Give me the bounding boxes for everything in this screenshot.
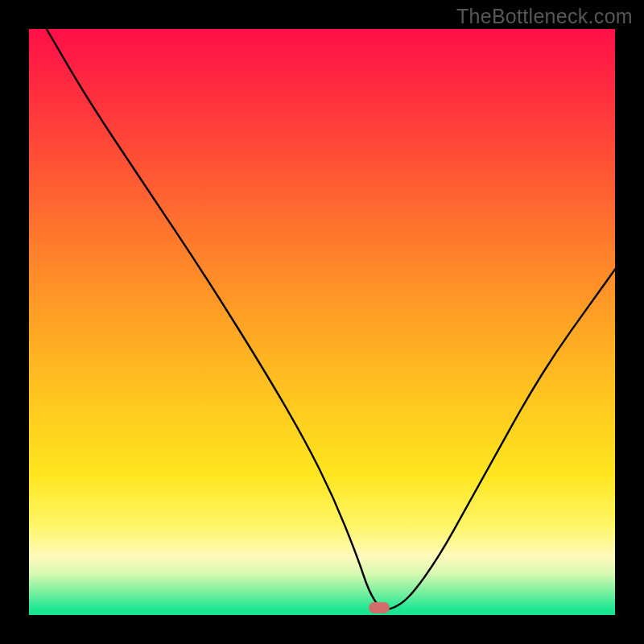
curve-path — [47, 29, 615, 609]
watermark-text: TheBottleneck.com — [456, 5, 633, 28]
chart-frame: TheBottleneck.com — [0, 0, 644, 644]
optimum-marker — [369, 602, 390, 613]
bottleneck-curve — [29, 29, 615, 615]
plot-area — [29, 29, 615, 615]
